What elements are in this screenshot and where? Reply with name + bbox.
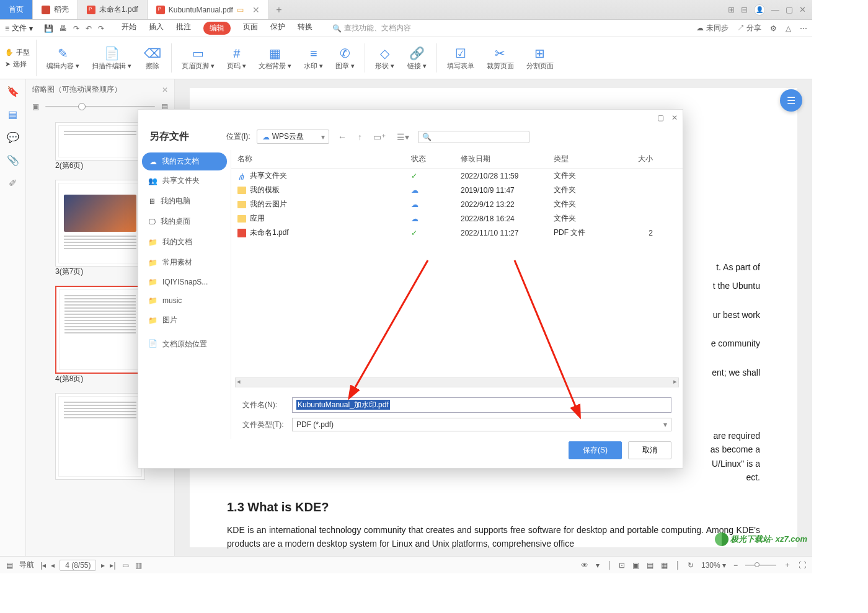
triangle-icon[interactable]: △ xyxy=(786,24,791,33)
nav-label[interactable]: 导航 xyxy=(19,560,34,570)
floating-action-button[interactable]: ☰ xyxy=(780,89,802,112)
file-row[interactable]: 我的模板 ☁ 2019/10/9 11:47 文件夹 xyxy=(231,183,683,197)
dialog-close-icon[interactable]: ✕ xyxy=(671,113,678,122)
new-tab-button[interactable]: + xyxy=(269,0,289,19)
save-button[interactable]: 保存(S) xyxy=(569,441,622,459)
zoom-in-icon[interactable]: ＋ xyxy=(784,560,791,570)
ribbon-page-number[interactable]: #页码 ▾ xyxy=(221,40,252,76)
thumb-pic-icon[interactable]: ▣ xyxy=(32,102,39,111)
tab-file1[interactable]: 未命名1.pdf xyxy=(78,0,148,19)
grid2-icon[interactable]: ⊟ xyxy=(741,5,748,14)
more-icon[interactable]: ⋯ xyxy=(800,24,807,33)
zoom-level[interactable]: 130% ▾ xyxy=(701,561,726,570)
side-iqiyi[interactable]: 📁IQIYISnapS... xyxy=(138,273,231,291)
ribbon-links[interactable]: 🔗链接 ▾ xyxy=(401,40,433,76)
file-row[interactable]: 我的云图片 ☁ 2022/9/12 13:22 文件夹 xyxy=(231,197,683,211)
tab-file2-active[interactable]: KubuntuManual.pdf▭✕ xyxy=(148,0,269,19)
side-my-cloud[interactable]: ☁我的云文档 xyxy=(142,152,227,170)
fit2-icon[interactable]: ▣ xyxy=(632,561,639,570)
fit1-icon[interactable]: ⊡ xyxy=(619,561,625,570)
fit3-icon[interactable]: ▤ xyxy=(647,561,653,570)
menu-insert[interactable]: 插入 xyxy=(149,22,164,35)
undo-icon[interactable]: ↶ xyxy=(86,24,92,33)
zoom-out-icon[interactable]: − xyxy=(733,561,738,570)
close-icon[interactable]: ✕ xyxy=(252,5,260,15)
tab-pin-icon[interactable]: ▭ xyxy=(237,6,244,14)
nav-newfolder-icon[interactable]: ▭⁺ xyxy=(371,132,388,142)
col-name[interactable]: 名称 xyxy=(237,154,411,164)
redo-icon[interactable]: ↷ xyxy=(98,24,104,33)
fit4-icon[interactable]: ▦ xyxy=(661,561,668,570)
save-icon[interactable]: 💾 xyxy=(44,24,53,33)
ribbon-watermark[interactable]: ≡水印 ▾ xyxy=(298,40,329,76)
col-size[interactable]: 大小 xyxy=(622,154,653,164)
comment-icon[interactable]: 💬 xyxy=(7,131,19,143)
ribbon-header-footer[interactable]: ▭页眉页脚 ▾ xyxy=(175,40,221,76)
ribbon-split[interactable]: ⊞分割页面 xyxy=(520,40,560,76)
last-page-icon[interactable]: ▸| xyxy=(110,561,115,570)
page-number-input[interactable]: 4 (8/55) xyxy=(60,560,96,571)
col-type[interactable]: 类型 xyxy=(554,154,622,164)
ribbon-stamp[interactable]: ✆图章 ▾ xyxy=(329,40,361,76)
nav-back-icon[interactable]: ← xyxy=(335,132,349,142)
col-date[interactable]: 修改日期 xyxy=(461,154,554,164)
side-computer[interactable]: 🖥我的电脑 xyxy=(138,191,231,211)
nav-up-icon[interactable]: ↑ xyxy=(355,132,365,142)
ribbon-shapes[interactable]: ◇形状 ▾ xyxy=(369,40,401,76)
side-origin[interactable]: 📄文档原始位置 xyxy=(138,334,231,355)
location-combo[interactable]: ☁WPS云盘 xyxy=(257,130,329,144)
filename-input[interactable]: KubuntuManual_加水印.pdf xyxy=(292,397,671,413)
print-icon[interactable]: 🖶 xyxy=(60,24,67,33)
cancel-button[interactable]: 取消 xyxy=(628,441,671,459)
next-page-icon[interactable]: ▸ xyxy=(101,561,105,570)
eye-icon[interactable]: 👁 xyxy=(581,561,588,570)
nav-toggle-icon[interactable]: ▤ xyxy=(6,561,13,570)
thumb-item-selected[interactable]: 4(第8页) xyxy=(55,286,145,384)
file-row[interactable]: 应用 ☁ 2022/8/18 16:24 文件夹 xyxy=(231,211,683,226)
thumb-item[interactable]: 2(第6页) xyxy=(55,122,145,171)
select-mode[interactable]: ➤选择 xyxy=(5,60,30,69)
thumbnail-icon[interactable]: ▤ xyxy=(8,108,17,120)
ribbon-scan-edit[interactable]: 📄扫描件编辑 ▾ xyxy=(86,40,138,76)
first-page-icon[interactable]: |◂ xyxy=(40,561,46,570)
menu-start[interactable]: 开始 xyxy=(122,22,136,35)
side-desktop[interactable]: 🖵我的桌面 xyxy=(138,211,231,232)
thumb-zoom-slider[interactable] xyxy=(45,106,155,107)
side-shared[interactable]: 👥共享文件夹 xyxy=(138,170,231,191)
menu-annotate[interactable]: 批注 xyxy=(176,22,191,35)
minimize-button[interactable]: — xyxy=(771,5,779,14)
fullscreen-icon[interactable]: ⛶ xyxy=(799,561,806,570)
avatar-icon[interactable]: 👤 xyxy=(754,4,765,15)
side-pictures[interactable]: 📁图片 xyxy=(138,310,231,330)
nav-view-icon[interactable]: ☰▾ xyxy=(394,132,412,142)
side-documents[interactable]: 📁我的文档 xyxy=(138,232,231,252)
maximize-button[interactable]: ▢ xyxy=(786,5,793,14)
grid1-icon[interactable]: ⊞ xyxy=(728,5,735,14)
ribbon-erase[interactable]: ⌫擦除 xyxy=(138,40,167,76)
thumb-item[interactable]: 3(第7页) xyxy=(55,180,145,277)
side-music[interactable]: 📁music xyxy=(138,291,231,310)
panel-close-icon[interactable]: ✕ xyxy=(162,86,168,94)
file-row[interactable]: 共享文件夹 ✓ 2022/10/28 11:59 文件夹 xyxy=(231,169,683,183)
dialog-max-icon[interactable]: ▢ xyxy=(657,113,664,122)
ribbon-edit-content[interactable]: ✎编辑内容 ▾ xyxy=(40,40,86,76)
menu-edit[interactable]: 编辑 xyxy=(203,22,231,35)
tab-home[interactable]: 首页 xyxy=(0,0,33,19)
file-row[interactable]: 未命名1.pdf ✓ 2022/11/10 11:27 PDF 文件 2 xyxy=(231,226,683,240)
menu-protect[interactable]: 保护 xyxy=(270,22,285,35)
rotate-icon[interactable]: ↻ xyxy=(688,561,694,570)
file-menu[interactable]: ≡文件▾ xyxy=(5,23,33,33)
zoom-slider[interactable] xyxy=(745,565,776,566)
ribbon-form[interactable]: ☑填写表单 xyxy=(441,40,480,76)
share-icon[interactable]: ↷ xyxy=(73,24,79,33)
close-window-button[interactable]: ✕ xyxy=(799,5,806,14)
prev-page-icon[interactable]: ◂ xyxy=(51,561,55,570)
dialog-search[interactable]: 🔍 xyxy=(418,131,529,143)
share-button[interactable]: ↗ 分享 xyxy=(737,23,761,33)
sign-icon[interactable]: ✐ xyxy=(9,177,17,189)
col-status[interactable]: 状态 xyxy=(411,154,461,164)
thumb-item[interactable] xyxy=(55,393,145,480)
cloud-unsync[interactable]: ☁ 未同步 xyxy=(696,23,728,33)
status-b-icon[interactable]: ▥ xyxy=(135,561,142,570)
tab-doke[interactable]: 稻壳 xyxy=(33,0,78,19)
